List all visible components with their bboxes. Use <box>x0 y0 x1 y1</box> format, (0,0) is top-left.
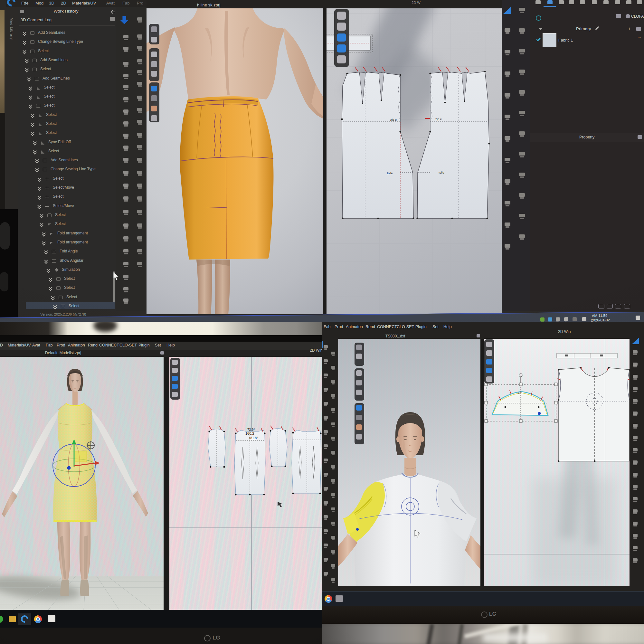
svg-text:zip e: zip e <box>390 118 397 121</box>
svg-text:181.8°: 181.8° <box>249 436 258 440</box>
svg-text:sl01: sl01 <box>517 392 523 395</box>
svg-text:toile: toile <box>387 171 393 175</box>
svg-text:73.9°: 73.9° <box>247 428 255 431</box>
svg-text:zip e: zip e <box>435 117 442 121</box>
svg-text:toile: toile <box>439 171 444 174</box>
svg-text:160.2: 160.2 <box>245 431 254 435</box>
